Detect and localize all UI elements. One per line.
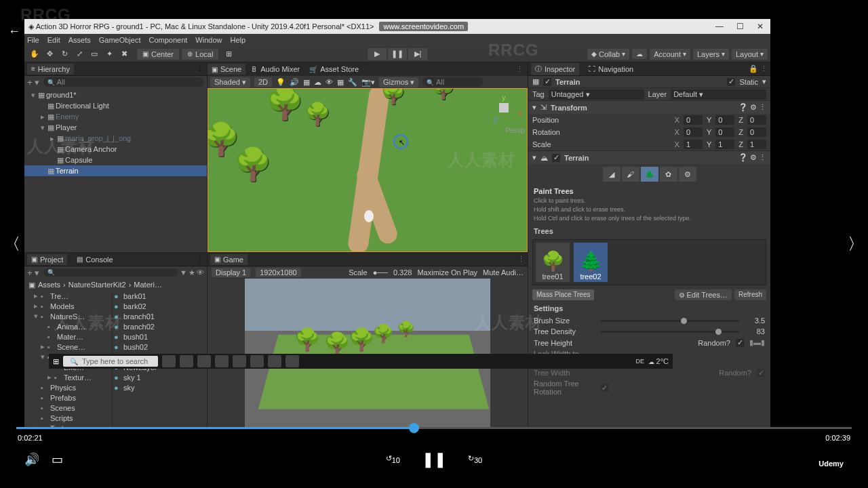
scale-x-field[interactable]: 1 <box>684 140 703 149</box>
tb-app-1[interactable] <box>162 355 176 367</box>
step-button-icon[interactable]: ▶| <box>408 48 427 60</box>
tab-navigation[interactable]: ⛶ Navigation <box>585 64 637 75</box>
hierarchy-item[interactable]: ▾▦Player <box>24 122 207 133</box>
tree-prototype-list[interactable]: 🌳tree01 🌲tree02 <box>532 239 766 285</box>
menu-component[interactable]: Component <box>149 36 187 44</box>
project-folder[interactable]: ▪Scripts <box>24 413 112 423</box>
terrain-details-icon[interactable]: ✿ <box>660 167 677 182</box>
static-checkbox[interactable]: ✓ <box>727 78 735 86</box>
scene-search[interactable]: 🔍 All <box>422 77 484 87</box>
rotate-tool-icon[interactable]: ↻ <box>57 47 72 61</box>
tb-app-5[interactable] <box>233 355 246 367</box>
brush-size-value[interactable]: 3.5 <box>745 317 765 325</box>
scene-view[interactable]: 🌳 🌳 🌳 🌳 🌳 🌳 ↖ yxz Persp <box>208 88 528 252</box>
panel-popout-icon[interactable]: ⋮ <box>197 64 204 73</box>
breadcrumb[interactable]: ▣Assets› NatureStarterKit2› Materi… <box>24 279 207 291</box>
density-slider[interactable] <box>600 331 739 333</box>
forward-icon[interactable]: ↻30 <box>468 454 482 464</box>
start-icon[interactable]: ⊞ <box>53 357 59 366</box>
object-name[interactable]: Terrain <box>555 78 580 86</box>
edit-trees-button[interactable]: ⚙ Edit Trees… <box>675 289 732 300</box>
layer-dropdown[interactable]: Default ▾ <box>671 89 766 100</box>
project-folder[interactable]: ▸▪Models <box>24 301 112 311</box>
layers-dropdown[interactable]: Layers ▾ <box>693 49 729 60</box>
play-button-icon[interactable]: ▶ <box>368 48 387 60</box>
layout-dropdown[interactable]: Layout ▾ <box>732 49 768 60</box>
game-menu-icon[interactable]: ⋮ <box>517 255 525 264</box>
tab-asset-store[interactable]: 🛒 Asset Store <box>305 64 363 75</box>
terrain-enabled-checkbox[interactable]: ✓ <box>552 154 560 162</box>
project-folder[interactable]: ▾▪NatureS… <box>24 311 112 321</box>
terrain-help-icon[interactable]: ❔ ⚙ ⋮ <box>738 153 766 162</box>
scale-z-field[interactable]: 1 <box>747 140 766 149</box>
fx-icon[interactable]: ▦ <box>303 78 310 87</box>
brush-size-slider[interactable] <box>600 320 739 322</box>
sky-icon[interactable]: ☁ <box>314 78 321 87</box>
terrain-paint-icon[interactable]: 🖌 <box>622 167 639 182</box>
prev-arrow-icon[interactable]: 〈 <box>4 233 20 255</box>
video-progress[interactable]: 0:02:21 0:02:39 <box>0 427 868 447</box>
pivot-center-button[interactable]: ▣ Center <box>137 49 179 60</box>
project-asset[interactable]: ●bush01 <box>113 331 207 342</box>
menu-file[interactable]: File <box>27 36 39 44</box>
random-rotation-checkbox[interactable]: ✓ <box>600 384 608 392</box>
terrain-trees-icon[interactable]: 🌲 <box>641 167 658 182</box>
hierarchy-search[interactable]: 🔍 All <box>43 77 204 87</box>
tab-hierarchy[interactable]: ≡ Hierarchy <box>27 64 74 75</box>
taskbar-weather[interactable]: 2°C <box>656 357 669 365</box>
project-menu-icon[interactable]: ⋮ <box>197 255 204 264</box>
transform-tool-icon[interactable]: ✦ <box>102 47 117 61</box>
tab-project[interactable]: ▣ Project <box>27 254 67 265</box>
project-folder[interactable]: ▪Scenes <box>24 403 112 413</box>
orientation-gizmo[interactable]: yxz Persp <box>488 94 522 127</box>
camera-icon[interactable]: 📷▾ <box>361 78 375 87</box>
project-filter-icon[interactable]: ▼ <box>180 268 187 277</box>
light-icon[interactable]: 💡 <box>276 78 285 87</box>
rot-x-field[interactable]: 0 <box>684 127 703 137</box>
rot-z-field[interactable]: 0 <box>747 127 766 137</box>
scale-y-field[interactable]: 1 <box>715 140 734 149</box>
refresh-button[interactable]: Refresh <box>734 289 766 300</box>
audio-icon[interactable]: 🔊 <box>290 78 299 87</box>
menu-assets[interactable]: Assets <box>68 36 91 44</box>
project-folder[interactable]: ▸▪Scene… <box>24 342 112 352</box>
shading-dropdown[interactable]: Shaded ▾ <box>210 77 250 87</box>
mute-toggle[interactable]: Mute Audi… <box>483 268 524 277</box>
tab-game[interactable]: ▣ Game <box>210 254 248 265</box>
project-asset[interactable]: ●sky <box>113 382 207 392</box>
tb-app-6[interactable] <box>250 355 264 367</box>
project-asset[interactable]: ●bark02 <box>113 301 207 311</box>
tag-dropdown[interactable]: Untagged ▾ <box>549 89 644 100</box>
captions-icon[interactable]: ▭ <box>52 452 63 467</box>
project-folder[interactable]: ▪Anima… <box>24 321 112 331</box>
hidden-icon[interactable]: 👁 <box>326 78 333 86</box>
tree-thumb-2[interactable]: 🌲tree02 <box>574 243 608 282</box>
scale-slider[interactable]: ●── <box>373 268 388 277</box>
hierarchy-item[interactable]: ▸▦maria_prop_j_j_ong <box>24 133 207 144</box>
display-dropdown[interactable]: Display 1 <box>212 268 250 277</box>
taskbar-lang[interactable]: DE <box>636 358 645 365</box>
pause-button-icon[interactable]: ❚❚ <box>388 48 407 60</box>
project-add-icon[interactable]: + ▾ <box>27 268 39 278</box>
project-folder[interactable]: ▸▪Textur… <box>24 372 112 382</box>
tools-icon[interactable]: 🔧 <box>348 78 357 87</box>
pos-x-field[interactable]: 0 <box>684 115 703 125</box>
tab-console[interactable]: ▤ Console <box>73 254 117 265</box>
mass-place-button[interactable]: Mass Place Trees <box>532 289 594 300</box>
cloud-icon[interactable]: ☁ <box>632 49 647 59</box>
hierarchy-item[interactable]: ▦Capsule <box>24 155 207 165</box>
pos-y-field[interactable]: 0 <box>715 115 734 125</box>
terrain-raise-icon[interactable]: ◢ <box>603 167 620 182</box>
tab-audio-mixer[interactable]: 🎚 Audio Mixer <box>247 64 304 75</box>
project-folder[interactable]: ▸▪Tre… <box>24 291 112 301</box>
tb-app-3[interactable] <box>197 355 211 367</box>
menu-window[interactable]: Window <box>195 36 222 44</box>
grid-icon[interactable]: ▦ <box>337 78 344 87</box>
menu-help[interactable]: Help <box>230 36 245 44</box>
inspector-lock-icon[interactable]: 🔒 ⋮ <box>749 64 768 73</box>
close-icon[interactable]: ✕ <box>750 19 770 34</box>
project-asset[interactable]: ●bark01 <box>113 291 207 301</box>
maximize-icon[interactable]: ☐ <box>730 19 750 34</box>
hand-tool-icon[interactable]: ✋ <box>27 47 42 61</box>
hierarchy-item[interactable]: ▦Camera Anchor <box>24 144 207 155</box>
